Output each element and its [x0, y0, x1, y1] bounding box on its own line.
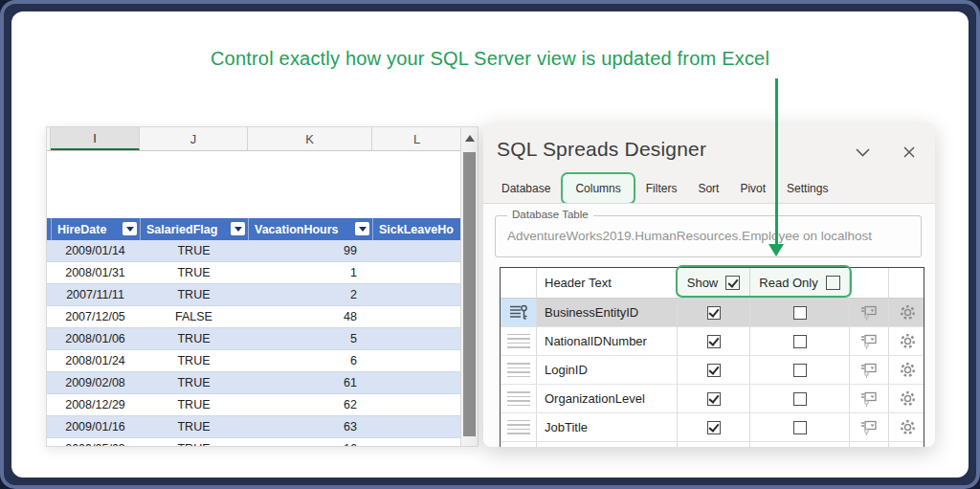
scrollbar-thumb[interactable]	[463, 152, 476, 436]
cell-vacationhours[interactable]: 2	[248, 284, 372, 305]
show-checkbox[interactable]	[707, 364, 721, 377]
read-only-checkbox[interactable]	[793, 335, 807, 348]
settings-button[interactable]	[889, 413, 924, 441]
annotation-arrow-line	[775, 78, 778, 245]
filter-dropdown-icon[interactable]	[231, 222, 245, 235]
grid-row-loginid[interactable]: LoginID	[501, 356, 924, 385]
table-row: 2009/02/08 TRUE 61	[47, 372, 462, 394]
cell-hiredate[interactable]: 2009/05/03	[51, 438, 140, 447]
grid-row-organizationlevel[interactable]: OrganizationLevel	[501, 385, 924, 413]
cell-salariedflag[interactable]: TRUE	[140, 262, 248, 283]
table-row: 2008/01/31 TRUE 1	[47, 262, 462, 284]
filter-dropdown-icon[interactable]	[355, 222, 369, 235]
cell-salariedflag[interactable]: TRUE	[140, 372, 248, 393]
cell-salariedflag[interactable]: TRUE	[140, 394, 248, 415]
excel-column-letter-k[interactable]: K	[248, 127, 372, 150]
table-row-clipped: 2009/05/03 TRUE 16	[47, 438, 462, 447]
tab-database[interactable]: Database	[491, 178, 561, 199]
excel-header-salariedflag-label: SalariedFlag	[146, 223, 217, 236]
read-only-checkbox[interactable]	[793, 421, 807, 434]
cell-vacationhours[interactable]: 48	[248, 306, 372, 327]
column-name: OrganizationLevel	[537, 385, 678, 412]
grid-row-jobtitle[interactable]: JobTitle	[501, 413, 924, 442]
cell-hiredate[interactable]: 2009/01/16	[51, 416, 140, 437]
settings-button[interactable]	[889, 299, 924, 326]
drag-handle-icon[interactable]	[507, 391, 530, 406]
lookup-button[interactable]	[850, 327, 888, 355]
lookup-icon	[859, 304, 879, 322]
cell-hiredate[interactable]: 2008/12/29	[51, 394, 140, 415]
cell-salariedflag[interactable]: TRUE	[140, 240, 248, 261]
show-checkbox[interactable]	[707, 306, 721, 320]
grid-row-clipped	[501, 442, 924, 447]
excel-header-vacationhours-label: VacationHours	[255, 223, 339, 236]
read-only-checkbox[interactable]	[793, 306, 807, 320]
cell-salariedflag[interactable]: FALSE	[140, 306, 248, 327]
lookup-icon	[859, 333, 879, 350]
lookup-button[interactable]	[850, 413, 888, 441]
cell-hiredate[interactable]: 2008/01/06	[51, 328, 140, 349]
lookup-icon	[859, 362, 879, 379]
lookup-button[interactable]	[850, 299, 888, 326]
read-only-all-checkbox[interactable]	[826, 276, 840, 290]
show-checkbox[interactable]	[707, 335, 721, 348]
cell-hiredate[interactable]: 2008/01/24	[51, 350, 140, 371]
table-row: 2007/12/05 FALSE 48	[47, 306, 462, 328]
read-only-checkbox[interactable]	[793, 392, 807, 406]
header-text-column-header: Header Text	[537, 268, 678, 298]
collapse-button[interactable]	[852, 144, 873, 161]
filter-dropdown-icon[interactable]	[122, 222, 137, 235]
tab-settings[interactable]: Settings	[776, 178, 838, 199]
excel-column-letter-l[interactable]: L	[372, 127, 462, 150]
lookup-button[interactable]	[850, 356, 888, 384]
show-all-checkbox[interactable]	[725, 276, 740, 290]
tab-columns[interactable]: Columns	[561, 172, 635, 205]
cell-vacationhours[interactable]: 5	[248, 328, 372, 349]
excel-sheet: I J K L HireDate SalariedFlag VacationHo…	[46, 126, 479, 447]
cell-vacationhours[interactable]: 16	[248, 438, 372, 447]
lookup-icon	[859, 419, 879, 436]
show-checkbox[interactable]	[707, 392, 721, 406]
close-button[interactable]	[899, 144, 920, 161]
scroll-up-icon[interactable]	[461, 127, 478, 148]
database-table-value[interactable]: AdventureWorks2019.HumanResources.Employ…	[507, 229, 872, 243]
cell-hiredate[interactable]: 2007/11/11	[51, 284, 140, 305]
cell-salariedflag[interactable]: TRUE	[140, 284, 248, 305]
excel-vertical-scrollbar	[460, 127, 478, 446]
excel-column-letter-i[interactable]: I	[51, 127, 140, 150]
cell-hiredate[interactable]: 2009/02/08	[51, 372, 140, 393]
grid-row-nationalidnumber[interactable]: NationalIDNumber	[501, 327, 924, 356]
cell-salariedflag[interactable]: TRUE	[140, 416, 248, 437]
cell-vacationhours[interactable]: 6	[248, 350, 372, 371]
lookup-icon	[859, 390, 879, 408]
cell-vacationhours[interactable]: 1	[248, 262, 372, 283]
cell-vacationhours[interactable]: 61	[248, 372, 372, 393]
excel-column-letter-row: I J K L	[47, 127, 462, 151]
settings-button[interactable]	[889, 327, 924, 355]
cell-hiredate[interactable]: 2007/12/05	[51, 306, 140, 327]
cell-hiredate[interactable]: 2008/01/31	[51, 262, 140, 283]
cell-salariedflag[interactable]: TRUE	[140, 438, 248, 447]
cell-salariedflag[interactable]: TRUE	[140, 350, 248, 371]
grid-row-businessentityid[interactable]: BusinessEntityID	[501, 299, 924, 327]
tab-filters[interactable]: Filters	[635, 178, 688, 199]
cell-vacationhours[interactable]: 63	[248, 416, 372, 437]
excel-column-letter-j[interactable]: J	[140, 127, 248, 150]
cell-hiredate[interactable]: 2009/01/14	[51, 240, 140, 261]
tab-pivot[interactable]: Pivot	[729, 178, 776, 199]
drag-handle-icon[interactable]	[507, 363, 530, 377]
lookup-button[interactable]	[850, 385, 888, 412]
table-row: 2008/12/29 TRUE 62	[47, 394, 462, 416]
cell-vacationhours[interactable]: 99	[248, 240, 372, 261]
drag-handle-icon[interactable]	[507, 420, 530, 434]
read-only-checkbox[interactable]	[793, 364, 807, 377]
cell-salariedflag[interactable]: TRUE	[140, 328, 248, 349]
drag-handle-icon[interactable]	[507, 334, 530, 348]
read-only-header-label: Read Only	[759, 276, 817, 290]
settings-button[interactable]	[889, 356, 924, 384]
table-row: 2008/01/06 TRUE 5	[47, 328, 462, 350]
show-checkbox[interactable]	[707, 421, 721, 434]
cell-vacationhours[interactable]: 62	[248, 394, 372, 415]
tab-sort[interactable]: Sort	[687, 178, 729, 199]
settings-button[interactable]	[889, 385, 924, 412]
